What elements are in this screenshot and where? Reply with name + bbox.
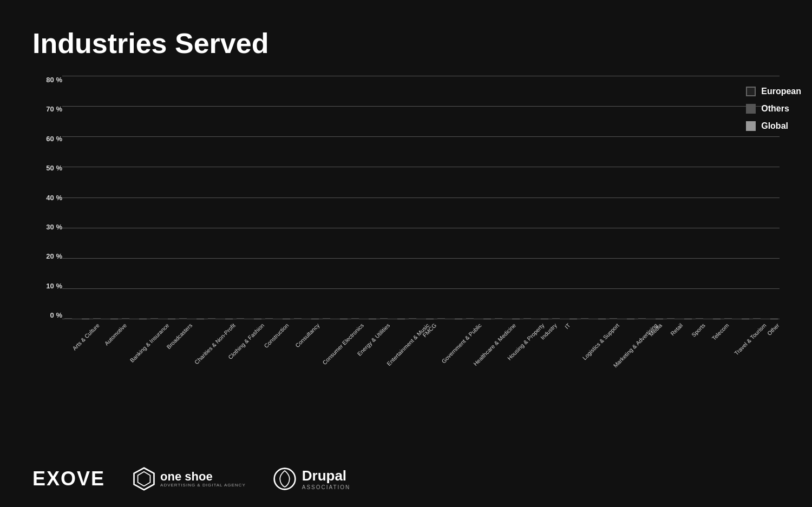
y-axis-label: 20 % — [46, 252, 62, 260]
x-axis-label: Consultancy — [294, 322, 320, 348]
x-axis-label: Travel & Tourism — [733, 322, 768, 357]
y-axis-label: 80 % — [46, 76, 62, 84]
footer: EXOVE one shoe ADVERTISING & DIGITAL AGE… — [32, 467, 350, 491]
y-axis: 0 %10 %20 %30 %40 %50 %60 %70 %80 % — [32, 70, 62, 384]
x-label-wrap: Retail — [662, 319, 683, 328]
y-axis-label: 10 % — [46, 282, 62, 290]
legend-box-global — [746, 121, 756, 131]
oneshoe-name: one shoe — [160, 470, 246, 483]
x-label-wrap: Charities & Non-Profit — [188, 319, 221, 328]
legend-item-european: European — [746, 87, 801, 96]
y-axis-label: 30 % — [46, 223, 62, 231]
oneshoe-sub: ADVERTISING & DIGITAL AGENCY — [160, 483, 246, 488]
x-axis-label: Automotive — [103, 322, 128, 347]
exove-logo: EXOVE — [32, 468, 105, 490]
x-axis-label: Retail — [669, 322, 684, 337]
x-axis-label: Arts & Culture — [71, 322, 101, 352]
y-axis-label: 50 % — [46, 164, 62, 172]
x-label-wrap: Clothing & Fashion — [221, 319, 253, 328]
drupal-text: Drupal ASSOCIATION — [302, 468, 351, 490]
x-axis-label: Sports — [690, 322, 706, 338]
svg-marker-1 — [138, 472, 150, 486]
oneshoe-logo: one shoe ADVERTISING & DIGITAL AGENCY — [132, 467, 246, 491]
svg-point-2 — [274, 469, 295, 490]
x-label-wrap: Energy & Utilities — [349, 319, 381, 328]
y-axis-label: 70 % — [46, 105, 62, 113]
x-label-wrap: Logistics & Support — [575, 319, 608, 328]
x-axis-label: Media — [647, 322, 663, 338]
x-label-wrap: Government & Public — [435, 319, 468, 328]
chart-area: 0 %10 %20 %30 %40 %50 %60 %70 %80 % Arts… — [0, 70, 812, 384]
x-label-wrap: Telecom — [704, 319, 725, 328]
y-axis-label: 60 % — [46, 135, 62, 143]
x-label-wrap: Travel & Tourism — [726, 319, 758, 328]
x-labels: Arts & CultureAutomotiveBanking & Insura… — [62, 319, 780, 384]
chart-inner: Arts & CultureAutomotiveBanking & Insura… — [62, 70, 780, 384]
x-axis-label: Logistics & Support — [581, 322, 620, 361]
x-label-wrap: Consumer Electronics — [316, 319, 349, 328]
legend-item-global: Global — [746, 121, 801, 131]
x-axis-label: Construction — [263, 322, 290, 349]
legend-label-others: Others — [761, 104, 789, 114]
x-axis-label: Other — [766, 322, 781, 337]
y-axis-label: 40 % — [46, 194, 62, 202]
legend-label-european: European — [761, 87, 801, 96]
drupal-logo: Drupal ASSOCIATION — [273, 467, 351, 491]
x-axis-label: Banking & Insurance — [128, 322, 170, 364]
x-axis-label: Entertainment & Music — [385, 322, 430, 367]
x-label-wrap: Arts & Culture — [62, 319, 95, 328]
oneshoe-text: one shoe ADVERTISING & DIGITAL AGENCY — [160, 470, 246, 488]
x-label-wrap: Sports — [683, 319, 704, 328]
bars-container — [62, 76, 780, 319]
x-label-wrap: Banking & Insurance — [123, 319, 156, 328]
drupal-assoc: ASSOCIATION — [302, 484, 351, 490]
page-title: Industries Served — [0, 0, 812, 70]
x-label-wrap: Consultancy — [285, 319, 316, 328]
x-axis-label: Telecom — [711, 322, 730, 341]
legend-item-others: Others — [746, 104, 801, 114]
y-axis-label: 0 % — [50, 311, 62, 319]
oneshoe-icon — [132, 467, 156, 491]
legend-box-others — [746, 104, 756, 114]
legend-box-european — [746, 87, 756, 96]
x-axis-label: Consumer Electronics — [321, 322, 365, 366]
legend-label-global: Global — [761, 121, 788, 131]
x-axis-label: IT — [564, 322, 572, 330]
drupal-icon — [273, 467, 297, 491]
legend: EuropeanOthersGlobal — [746, 87, 801, 131]
drupal-name: Drupal — [302, 468, 351, 484]
